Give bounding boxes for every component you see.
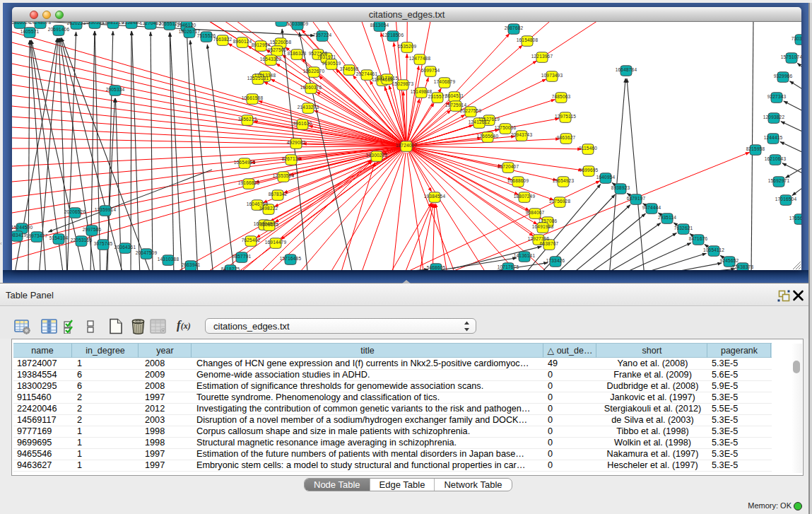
svg-text:16154808: 16154808 xyxy=(517,37,539,42)
svg-text:16491923: 16491923 xyxy=(532,224,554,229)
svg-text:19973477: 19973477 xyxy=(26,233,48,238)
svg-text:15226058: 15226058 xyxy=(270,40,292,45)
svg-text:15692971: 15692971 xyxy=(768,178,790,183)
svg-text:7625402: 7625402 xyxy=(242,238,261,243)
svg-text:3604511: 3604511 xyxy=(445,93,464,98)
svg-text:8186328: 8186328 xyxy=(288,51,307,56)
svg-text:18177615: 18177615 xyxy=(377,76,399,81)
svg-text:20227559: 20227559 xyxy=(460,108,482,113)
svg-text:21433273: 21433273 xyxy=(298,105,319,110)
svg-text:3430558: 3430558 xyxy=(86,22,105,25)
svg-text:20943743: 20943743 xyxy=(511,132,533,137)
svg-text:16648784: 16648784 xyxy=(616,67,637,72)
svg-text:9474444: 9474444 xyxy=(642,205,661,210)
svg-text:7303905: 7303905 xyxy=(792,36,801,41)
svg-text:19725914: 19725914 xyxy=(445,103,467,107)
svg-text:12093822: 12093822 xyxy=(763,115,785,119)
svg-text:15720407: 15720407 xyxy=(498,164,519,169)
svg-text:15029873: 15029873 xyxy=(392,81,414,86)
svg-text:18807249: 18807249 xyxy=(514,194,536,199)
svg-text:12477488: 12477488 xyxy=(409,56,431,61)
svg-text:10973493: 10973493 xyxy=(541,73,563,78)
svg-text:17016504: 17016504 xyxy=(775,197,797,201)
svg-text:12412612: 12412612 xyxy=(469,119,490,124)
svg-text:16543362: 16543362 xyxy=(260,57,282,62)
svg-text:8678342: 8678342 xyxy=(269,192,288,197)
svg-text:17406879: 17406879 xyxy=(434,79,456,84)
svg-text:9329966: 9329966 xyxy=(774,74,793,78)
svg-text:2935114: 2935114 xyxy=(658,215,676,220)
svg-text:2620223: 2620223 xyxy=(67,22,86,25)
svg-text:20206526: 20206526 xyxy=(64,209,86,214)
svg-text:8215958: 8215958 xyxy=(746,146,765,151)
svg-text:12353594: 12353594 xyxy=(273,173,295,178)
svg-text:14248078: 14248078 xyxy=(30,22,52,25)
svg-text:22438378: 22438378 xyxy=(732,264,754,269)
svg-text:1244415: 1244415 xyxy=(764,135,783,140)
svg-text:20364361: 20364361 xyxy=(114,245,136,250)
svg-text:8267130: 8267130 xyxy=(282,156,301,161)
svg-text:2663941: 2663941 xyxy=(182,262,201,267)
svg-text:9245652: 9245652 xyxy=(720,258,739,263)
svg-text:20274461: 20274461 xyxy=(356,71,378,76)
svg-text:6099754: 6099754 xyxy=(421,68,440,73)
svg-text:1733426: 1733426 xyxy=(546,258,565,263)
svg-text:6638767: 6638767 xyxy=(540,241,559,246)
svg-text:7663822: 7663822 xyxy=(213,37,233,42)
svg-text:19654923: 19654923 xyxy=(553,178,575,183)
svg-text:12975115: 12975115 xyxy=(555,114,576,119)
svg-text:9115460: 9115460 xyxy=(579,146,597,151)
svg-text:3498222: 3498222 xyxy=(259,206,278,211)
svg-text:9227343: 9227343 xyxy=(767,94,787,99)
svg-text:2087682: 2087682 xyxy=(505,25,524,30)
svg-text:12218506: 12218506 xyxy=(382,33,404,37)
svg-text:2315577: 2315577 xyxy=(428,94,447,99)
svg-text:19166825: 19166825 xyxy=(238,180,260,185)
svg-text:2946120: 2946120 xyxy=(177,23,196,28)
svg-text:12525131: 12525131 xyxy=(247,76,269,81)
svg-text:9857791: 9857791 xyxy=(233,254,252,259)
svg-text:11866024: 11866024 xyxy=(12,22,30,25)
svg-text:1405571: 1405571 xyxy=(20,29,40,34)
svg-text:7485063: 7485063 xyxy=(552,94,571,99)
svg-text:8813054: 8813054 xyxy=(370,23,389,28)
svg-text:9084067: 9084067 xyxy=(526,210,545,215)
svg-text:8960124: 8960124 xyxy=(233,39,252,44)
svg-text:15716485: 15716485 xyxy=(280,256,302,261)
svg-text:10654985: 10654985 xyxy=(234,160,256,165)
svg-text:10756928: 10756928 xyxy=(549,199,571,204)
svg-text:5154104: 5154104 xyxy=(49,235,69,240)
svg-text:12927396: 12927396 xyxy=(528,236,550,241)
svg-text:9308575: 9308575 xyxy=(260,222,279,227)
svg-text:17359914: 17359914 xyxy=(95,207,117,212)
svg-text:2997586: 2997586 xyxy=(83,227,102,232)
svg-text:8471676: 8471676 xyxy=(689,236,708,241)
svg-text:16914479: 16914479 xyxy=(265,240,287,245)
svg-text:7357224: 7357224 xyxy=(313,33,332,37)
svg-text:16046758: 16046758 xyxy=(247,201,269,206)
svg-text:18622670: 18622670 xyxy=(303,69,325,74)
svg-text:5468605: 5468605 xyxy=(427,265,446,270)
svg-text:14310388: 14310388 xyxy=(158,257,180,262)
svg-text:2005334: 2005334 xyxy=(106,87,125,92)
svg-text:22053165: 22053165 xyxy=(71,238,93,243)
svg-text:8912954: 8912954 xyxy=(252,42,271,47)
svg-text:16210643: 16210643 xyxy=(765,156,787,161)
svg-text:3456213: 3456213 xyxy=(238,117,257,122)
svg-text:16060376: 16060376 xyxy=(300,85,322,90)
svg-text:20691406: 20691406 xyxy=(48,27,70,32)
svg-text:12750036: 12750036 xyxy=(495,125,517,130)
svg-text:9527500: 9527500 xyxy=(268,47,287,52)
svg-text:4158480: 4158480 xyxy=(122,22,141,25)
svg-text:16033809: 16033809 xyxy=(287,22,309,26)
svg-text:18981216: 18981216 xyxy=(102,22,124,25)
svg-text:17656906: 17656906 xyxy=(789,216,801,221)
svg-text:4961630: 4961630 xyxy=(293,121,312,126)
svg-text:9463627: 9463627 xyxy=(557,135,576,140)
svg-text:10688609: 10688609 xyxy=(507,178,529,183)
svg-text:6879197: 6879197 xyxy=(627,196,646,201)
svg-text:9190519: 9190519 xyxy=(322,61,341,66)
svg-text:3075745: 3075745 xyxy=(94,241,113,246)
svg-text:14136141: 14136141 xyxy=(514,253,536,258)
svg-text:8938923: 8938923 xyxy=(611,185,630,190)
